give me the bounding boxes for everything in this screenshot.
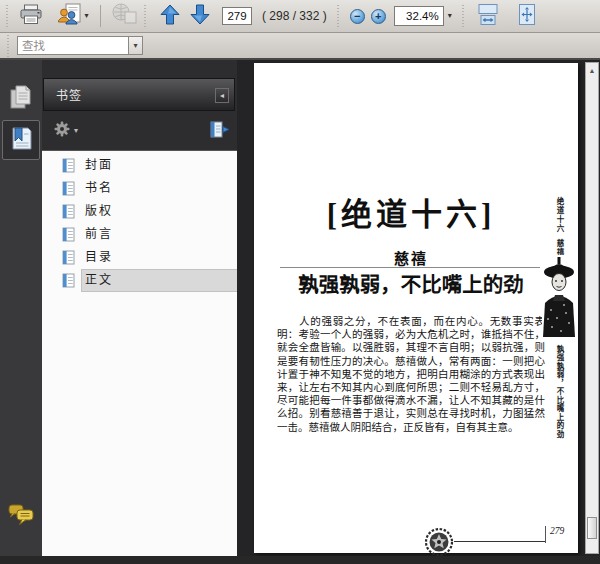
find-dropdown-icon: ▾ bbox=[133, 41, 137, 50]
bookmark-list: 封面 书名 版权 前言 目录 bbox=[42, 150, 237, 564]
main-toolbar: ▾ bbox=[0, 0, 600, 33]
bookmarks-icon bbox=[9, 125, 34, 156]
bookmark-label[interactable]: 书名 bbox=[82, 178, 237, 199]
toolbar-grip[interactable] bbox=[7, 35, 12, 57]
bookmark-item-preface[interactable]: 前言 bbox=[42, 223, 237, 246]
page-count-label: ( 298 / 332 ) bbox=[262, 9, 327, 23]
toolbar-grip[interactable] bbox=[144, 5, 149, 27]
page-number-input[interactable] bbox=[222, 7, 252, 25]
body-paragraph: 人的强弱之分，不在表面，而在内心。无数事实表明：考验一个人的强弱，必为大危机之时… bbox=[277, 315, 545, 434]
bookmarks-panel-header: 书签 ◂ bbox=[43, 78, 235, 111]
toolbar-grip[interactable] bbox=[462, 5, 467, 27]
chapter-heading: 孰强孰弱，不比嘴上的劲 bbox=[276, 268, 546, 298]
toolbar-grip[interactable] bbox=[337, 5, 342, 27]
toolbar-grip[interactable] bbox=[6, 5, 11, 27]
page-thumbnails-tab[interactable] bbox=[0, 84, 42, 115]
pdf-reader-window: ▾ bbox=[0, 0, 600, 564]
previous-page-icon bbox=[160, 4, 180, 29]
bookmarks-panel: 书签 ◂ bbox=[42, 60, 237, 564]
chapter-tag-title: [绝道十六] bbox=[276, 189, 546, 234]
zoom-dropdown-caret-icon[interactable]: ▾ bbox=[448, 12, 452, 20]
zoom-out-icon: − bbox=[350, 9, 365, 24]
previous-page-button[interactable] bbox=[158, 3, 182, 29]
go-to-bookmark-button[interactable] bbox=[210, 121, 230, 142]
margin-heading-label: 孰强孰弱，不比嘴上的劲 bbox=[554, 345, 565, 439]
collapse-panel-button[interactable]: ◂ bbox=[215, 88, 229, 103]
printer-icon bbox=[19, 4, 43, 29]
bookmark-page-icon bbox=[62, 227, 75, 242]
bookmark-page-icon bbox=[62, 158, 75, 173]
bookmarks-panel-toolbar: ▾ bbox=[42, 112, 237, 150]
fit-width-icon bbox=[476, 3, 500, 30]
zoom-out-button[interactable]: − bbox=[350, 9, 365, 24]
vertical-scrollbar[interactable]: ▲ bbox=[585, 62, 599, 554]
bookmark-item-cover[interactable]: 封面 bbox=[42, 154, 237, 177]
find-options-button[interactable]: ▾ bbox=[129, 36, 143, 55]
bookmark-page-icon bbox=[62, 181, 75, 196]
page-margin-strip: 绝道十六 慈禧 bbox=[540, 63, 578, 553]
next-page-icon bbox=[190, 4, 210, 29]
zoom-in-icon: + bbox=[371, 9, 386, 24]
find-input[interactable] bbox=[17, 36, 129, 55]
zoom-in-button[interactable]: + bbox=[371, 9, 386, 24]
comments-tab[interactable] bbox=[0, 504, 42, 530]
fit-width-button[interactable] bbox=[474, 3, 502, 29]
fit-page-button[interactable] bbox=[513, 3, 541, 29]
bookmark-item-title[interactable]: 书名 bbox=[42, 177, 237, 200]
upload-disabled-icon bbox=[111, 3, 138, 29]
margin-series-label: 绝道十六 bbox=[554, 197, 565, 233]
navigation-pane-strip bbox=[0, 60, 42, 564]
bookmark-page-icon bbox=[62, 273, 75, 288]
bookmark-item-copyright[interactable]: 版权 bbox=[42, 200, 237, 223]
chapter-subject: 慈禧 bbox=[276, 247, 546, 268]
scrollbar-thumb[interactable] bbox=[587, 517, 597, 539]
toolbar-separator bbox=[100, 5, 101, 27]
footer-rule bbox=[454, 541, 545, 542]
bookmark-label[interactable]: 版权 bbox=[82, 201, 237, 222]
bookmark-page-icon bbox=[62, 250, 75, 265]
zoom-level-value[interactable]: 32.4% bbox=[394, 6, 444, 26]
panel-title: 书签 bbox=[44, 86, 82, 103]
bookmark-item-body-selected[interactable]: 正文 bbox=[42, 269, 237, 292]
upload-documents-button-disabled bbox=[108, 3, 140, 29]
page-thumbnails-icon bbox=[9, 84, 33, 115]
bookmark-page-icon bbox=[62, 204, 75, 219]
options-caret-icon: ▾ bbox=[74, 127, 78, 135]
cixi-portrait-image bbox=[542, 255, 576, 341]
find-toolbar: ▾ bbox=[0, 33, 600, 60]
print-button[interactable] bbox=[17, 3, 45, 29]
collapse-panel-icon: ◂ bbox=[220, 91, 224, 100]
next-page-button[interactable] bbox=[188, 3, 212, 29]
share-document-icon bbox=[57, 3, 82, 29]
fit-page-icon bbox=[516, 3, 538, 30]
bookmark-item-toc[interactable]: 目录 bbox=[42, 246, 237, 269]
bookmark-jump-icon bbox=[210, 121, 230, 142]
page-folio-number: 279 bbox=[550, 526, 564, 536]
main-area: 书签 ◂ bbox=[0, 60, 600, 564]
bookmark-label[interactable]: 前言 bbox=[82, 224, 237, 245]
gear-icon bbox=[54, 121, 70, 141]
options-button[interactable]: ▾ bbox=[54, 121, 78, 141]
document-page[interactable]: [绝道十六] 慈禧 孰强孰弱，不比嘴上的劲 人的强弱之分，不在表面，而在内心。无… bbox=[254, 63, 578, 553]
share-dropdown-caret-icon: ▾ bbox=[84, 12, 88, 20]
window-bottom-edge bbox=[0, 556, 600, 564]
bookmark-label[interactable]: 封面 bbox=[82, 155, 237, 176]
share-review-button[interactable]: ▾ bbox=[54, 3, 92, 29]
bookmarks-tab-selected[interactable] bbox=[2, 120, 40, 160]
comments-icon bbox=[8, 504, 34, 530]
scroll-up-button[interactable]: ▲ bbox=[586, 64, 598, 76]
bookmark-label[interactable]: 目录 bbox=[82, 247, 237, 268]
page-content-column: [绝道十六] 慈禧 孰强孰弱，不比嘴上的劲 人的强弱之分，不在表面，而在内心。无… bbox=[276, 63, 546, 553]
document-viewer[interactable]: [绝道十六] 慈禧 孰强孰弱，不比嘴上的劲 人的强弱之分，不在表面，而在内心。无… bbox=[237, 60, 600, 564]
footer-tick bbox=[545, 526, 546, 543]
bookmark-label[interactable]: 正文 bbox=[82, 270, 237, 291]
scroll-up-icon: ▲ bbox=[589, 67, 596, 74]
